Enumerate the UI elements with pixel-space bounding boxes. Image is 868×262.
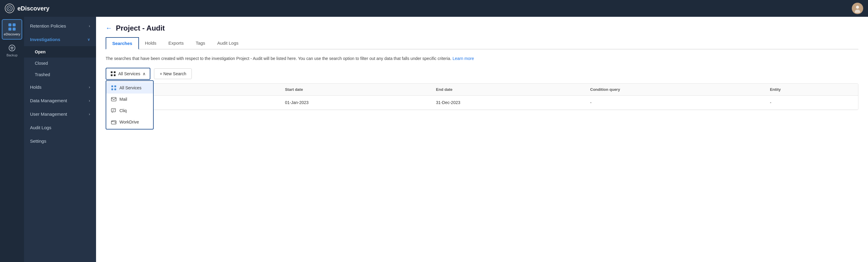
page-title: Project - Audit — [116, 24, 165, 32]
svg-point-21 — [115, 122, 116, 123]
col-start-date: Start date — [280, 84, 431, 96]
chevron-down-icon: ∨ — [87, 37, 90, 42]
nav-sub-item-closed[interactable]: Closed — [24, 58, 96, 69]
nav-item-audit-logs[interactable]: Audit Logs — [24, 121, 96, 134]
svg-rect-5 — [8, 24, 11, 26]
nav-item-settings-label: Settings — [30, 139, 46, 144]
back-button[interactable]: ← — [106, 24, 112, 32]
tab-audit-logs[interactable]: Audit Logs — [211, 37, 245, 49]
mail-icon — [111, 97, 117, 102]
nav-sidebar: Retention Policies › Investigations ∨ Op… — [24, 17, 96, 262]
nav-item-user-management[interactable]: User Management › — [24, 107, 96, 121]
nav-sub-item-open[interactable]: Open — [24, 46, 96, 58]
chevron-right-icon-3: › — [89, 99, 90, 103]
app-title: eDiscovery — [18, 5, 50, 12]
svg-rect-15 — [114, 85, 116, 87]
workdrive-icon — [111, 119, 117, 125]
nav-sub-item-open-label: Open — [35, 49, 45, 54]
col-end-date: End date — [431, 84, 586, 96]
svg-rect-6 — [12, 24, 16, 26]
svg-rect-10 — [111, 71, 113, 73]
row-condition-query: - — [585, 96, 765, 110]
dropdown-option-workdrive[interactable]: WorkDrive — [106, 116, 153, 128]
main-layout: eDiscovery Backup Retention Policies › I… — [0, 17, 868, 262]
svg-rect-17 — [114, 88, 116, 90]
svg-rect-12 — [111, 74, 113, 76]
dropdown-option-mail[interactable]: Mail — [106, 93, 153, 105]
svg-rect-16 — [111, 88, 113, 90]
row-start-date: 01-Jan-2023 — [280, 96, 431, 110]
nav-item-holds[interactable]: Holds › — [24, 80, 96, 94]
dropdown-option-cliq[interactable]: Cliq — [106, 105, 153, 116]
chevron-right-icon-4: › — [89, 112, 90, 116]
user-avatar[interactable] — [852, 3, 863, 14]
services-dropdown-selected: All Services — [118, 71, 140, 76]
dropdown-option-workdrive-label: WorkDrive — [120, 120, 139, 124]
cliq-icon — [111, 108, 117, 113]
sidebar-icon-ediscovery-label: eDiscovery — [4, 32, 20, 36]
svg-rect-8 — [12, 28, 16, 31]
content-area: ← Project - Audit Searches Holds Exports… — [96, 17, 868, 262]
sidebar-icon-backup-label: Backup — [7, 53, 18, 57]
nav-item-retention-policies-label: Retention Policies — [30, 24, 66, 29]
dropdown-option-all-services-label: All Services — [120, 85, 142, 90]
sidebar-icon-backup[interactable]: Backup — [2, 41, 22, 60]
nav-sub-item-trashed-label: Trashed — [35, 72, 50, 77]
learn-more-link[interactable]: Learn more — [453, 56, 474, 61]
description-text: The searches that have been created with… — [106, 55, 858, 62]
chevron-right-icon-2: › — [89, 85, 90, 89]
sidebar-icon-ediscovery[interactable]: eDiscovery — [2, 19, 22, 40]
svg-point-0 — [7, 6, 12, 11]
services-dropdown-menu: All Services Mail — [106, 80, 154, 129]
searches-table: Service Name Start date End date Conditi… — [106, 84, 858, 110]
app-logo: eDiscovery — [5, 4, 50, 13]
nav-sub-item-trashed[interactable]: Trashed — [24, 69, 96, 80]
searches-table-wrapper: Service Name Start date End date Conditi… — [106, 83, 858, 110]
tab-searches[interactable]: Searches — [106, 37, 139, 49]
chevron-right-icon: › — [89, 24, 90, 28]
grid-icon — [111, 71, 116, 76]
dropdown-option-cliq-label: Cliq — [120, 108, 127, 113]
col-condition-query: Condition query — [585, 84, 765, 96]
svg-rect-14 — [111, 85, 113, 87]
tabs-container: Searches Holds Exports Tags Audit Logs — [106, 37, 858, 49]
row-entity: - — [765, 96, 858, 110]
nav-item-audit-logs-label: Audit Logs — [30, 125, 51, 130]
svg-point-3 — [856, 6, 859, 9]
services-dropdown-button[interactable]: All Services ∧ — [106, 68, 150, 80]
table-header-row: Service Name Start date End date Conditi… — [106, 84, 858, 96]
dropdown-option-all-services[interactable]: All Services — [106, 82, 153, 93]
svg-rect-11 — [114, 71, 116, 73]
topbar: eDiscovery — [0, 0, 868, 17]
nav-item-user-management-label: User Management — [30, 112, 67, 117]
nav-item-investigations-label: Investigations — [30, 37, 60, 42]
nav-item-data-management-label: Data Management — [30, 98, 67, 103]
nav-item-holds-label: Holds — [30, 84, 41, 89]
col-entity: Entity — [765, 84, 858, 96]
row-end-date: 31-Dec-2023 — [431, 96, 586, 110]
svg-rect-19 — [111, 109, 116, 112]
app-icon — [5, 4, 14, 13]
toolbar: All Services ∧ All Services — [106, 68, 858, 80]
icon-sidebar: eDiscovery Backup — [0, 17, 24, 262]
page-header: ← Project - Audit — [106, 24, 858, 32]
new-search-button[interactable]: + New Search — [154, 68, 192, 79]
nav-item-data-management[interactable]: Data Management › — [24, 94, 96, 107]
nav-item-investigations[interactable]: Investigations ∨ — [24, 33, 96, 46]
all-services-icon — [111, 85, 117, 90]
tab-tags[interactable]: Tags — [190, 37, 211, 49]
dropdown-caret-icon: ∧ — [143, 71, 146, 76]
svg-rect-13 — [114, 74, 116, 76]
svg-point-1 — [8, 7, 11, 10]
dropdown-option-mail-label: Mail — [120, 97, 127, 102]
services-dropdown-container: All Services ∧ All Services — [106, 68, 150, 80]
tab-holds[interactable]: Holds — [139, 37, 162, 49]
table-row: Cliq 01-Jan-2023 31-Dec-2023 - - — [106, 96, 858, 110]
tab-exports[interactable]: Exports — [162, 37, 190, 49]
svg-rect-7 — [8, 28, 11, 31]
nav-item-retention-policies[interactable]: Retention Policies › — [24, 19, 96, 33]
nav-sub-item-closed-label: Closed — [35, 61, 48, 66]
svg-rect-18 — [111, 98, 116, 101]
nav-item-settings[interactable]: Settings — [24, 134, 96, 148]
